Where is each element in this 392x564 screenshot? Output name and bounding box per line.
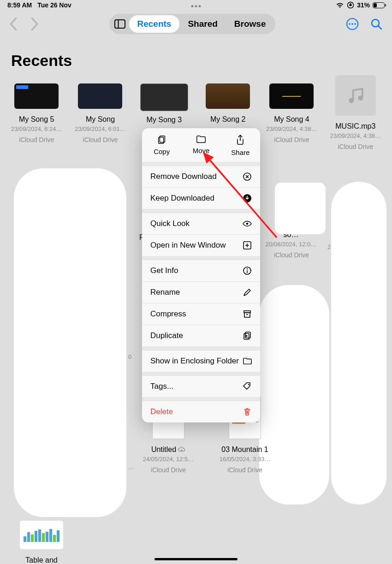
file-thumbnail [140, 83, 188, 111]
file-thumbnail [335, 75, 376, 116]
menu-get-info[interactable]: Get Info [142, 260, 260, 281]
file-name: My Song 3 [147, 116, 182, 124]
trash-icon [243, 407, 252, 416]
file-location: iCloud Drive [83, 136, 118, 143]
file-meta: 20/08/2024, 12:0… [261, 241, 321, 248]
file-meta: 23/09/2024, 6:01… [75, 125, 126, 132]
file-thumbnail [206, 83, 250, 109]
download-filled-icon [243, 194, 252, 203]
file-location: iCloud Drive [151, 466, 186, 474]
file-name: 03 Mountain 1 [221, 445, 268, 454]
svg-rect-20 [244, 313, 250, 317]
file-thumbnail [269, 83, 314, 109]
music-note-icon [345, 85, 366, 106]
tag-icon [243, 382, 252, 391]
file-item[interactable]: Table and [19, 520, 64, 564]
file-thumbnail [19, 520, 64, 550]
file-meta: 23/09/2024, 4:38… [266, 125, 317, 132]
multitask-indicator[interactable] [191, 5, 201, 7]
redaction-blob [331, 182, 386, 505]
file-location: iCloud Drive [338, 143, 373, 150]
svg-point-5 [351, 23, 353, 25]
tab-browse[interactable]: Browse [226, 15, 274, 33]
menu-open-new-window[interactable]: Open in New Window [142, 234, 260, 256]
menu-move-button[interactable]: Move [181, 128, 220, 162]
tab-recents[interactable]: Recents [129, 15, 180, 33]
file-location: iCloud Drive [274, 136, 309, 143]
menu-copy-button[interactable]: Copy [142, 128, 181, 162]
svg-rect-1 [115, 20, 125, 28]
folder-icon [243, 356, 252, 366]
svg-point-24 [248, 384, 249, 386]
file-item[interactable]: MUSIC.mp3 23/09/2024, 4:38… iCloud Drive [324, 83, 387, 150]
file-item[interactable]: My Song 5 23/09/2024, 6:24… iCloud Drive [5, 83, 68, 150]
file-item[interactable]: My Song 4 23/09/2024, 4:38… iCloud Drive [260, 83, 323, 150]
context-menu: Copy Move Share Remove Download Keep Dow… [142, 128, 260, 422]
eye-icon [243, 219, 252, 228]
file-meta: 23/09/2024, 4:38… [330, 132, 381, 139]
menu-tags[interactable]: Tags... [142, 375, 260, 397]
menu-rename[interactable]: Rename [142, 281, 260, 303]
folder-icon [196, 135, 206, 144]
status-date: Tue 26 Nov [37, 1, 71, 9]
file-name: My Song 2 [210, 115, 245, 124]
file-name: MUSIC.mp3 [335, 122, 375, 131]
battery-icon [373, 2, 385, 8]
sidebar-toggle-button[interactable] [111, 19, 129, 29]
file-location: iCloud Drive [261, 251, 322, 259]
svg-point-4 [349, 23, 350, 25]
file-location: iCloud Drive [19, 136, 54, 143]
file-name: Table and [25, 556, 57, 564]
svg-point-9 [349, 98, 354, 103]
file-item[interactable]: My Song 23/09/2024, 6:01… iCloud Drive [68, 83, 132, 150]
file-name: My Song 4 [274, 115, 309, 124]
menu-duplicate[interactable]: Duplicate [142, 325, 260, 346]
file-meta: 24/05/2024, 12:5… [143, 456, 194, 463]
svg-point-6 [354, 23, 356, 25]
more-options-button[interactable] [346, 18, 359, 30]
search-button[interactable] [370, 18, 383, 30]
file-name: Untitled [151, 445, 176, 454]
archive-icon [243, 309, 252, 319]
menu-show-enclosing-folder[interactable]: Show in Enclosing Folder [142, 350, 260, 372]
file-name: My Song 5 [19, 115, 54, 124]
cloud-download-icon [178, 446, 185, 453]
orientation-lock-icon [347, 1, 354, 9]
menu-quick-look[interactable]: Quick Look [142, 213, 260, 234]
wifi-icon [336, 2, 344, 8]
menu-delete[interactable]: Delete [142, 401, 260, 422]
duplicate-icon [243, 331, 252, 340]
file-thumbnail [78, 83, 122, 109]
file-meta: 23/09/2024, 6:24… [11, 125, 62, 132]
svg-point-15 [246, 223, 249, 225]
share-icon [236, 135, 245, 146]
menu-keep-downloaded[interactable]: Keep Downloaded [142, 187, 260, 209]
file-name: My Song [86, 115, 115, 124]
page-title: Recents [0, 38, 392, 74]
redaction-blob [14, 168, 126, 517]
svg-rect-22 [245, 332, 250, 338]
menu-remove-download[interactable]: Remove Download [142, 166, 260, 187]
file-meta: 2 [327, 243, 331, 250]
menu-share-button[interactable]: Share [221, 128, 260, 162]
file-thumbnail[interactable] [275, 183, 326, 234]
file-location: iCloud Drive [227, 466, 262, 474]
tab-shared[interactable]: Shared [179, 15, 226, 33]
info-icon [243, 266, 252, 275]
file-thumbnail [14, 83, 59, 109]
view-segmented-control: Recents Shared Browse [109, 14, 276, 34]
forward-button[interactable] [30, 18, 39, 30]
status-bar: 8:59 AM Tue 26 Nov 31% [0, 0, 392, 10]
file-meta: 16/05/2024, 3:33… [220, 456, 271, 463]
svg-point-10 [358, 95, 363, 101]
remove-icon [243, 172, 252, 181]
svg-point-18 [247, 268, 248, 269]
menu-compress[interactable]: Compress [142, 303, 260, 325]
home-indicator[interactable] [154, 558, 238, 560]
nav-bar: Recents Shared Browse [0, 10, 392, 38]
back-button[interactable] [9, 18, 18, 30]
svg-line-8 [378, 26, 381, 29]
status-time: 8:59 AM [7, 1, 32, 9]
battery-percent: 31% [357, 1, 370, 9]
new-window-icon [243, 241, 252, 250]
